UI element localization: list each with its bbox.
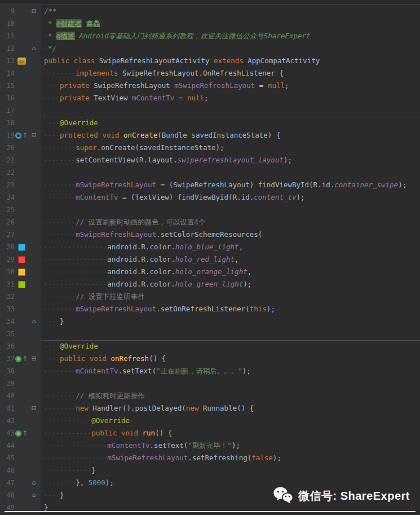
line-number[interactable]: 48 <box>0 489 15 501</box>
gutter[interactable]: 14 <box>0 67 41 80</box>
gutter[interactable]: 26 <box>0 216 41 228</box>
code-line[interactable]: 40········// 模拟耗时更新操作 <box>0 390 420 402</box>
line-number[interactable]: 37 <box>0 353 15 365</box>
gutter[interactable]: 40 <box>0 390 41 402</box>
code-text[interactable]: ················mSwipeRefreshLayout.setR… <box>41 452 420 464</box>
code-text[interactable]: ················android.R.color.holo_gre… <box>41 278 420 290</box>
code-text[interactable]: ········mSwipeRefreshLayout.setColorSche… <box>41 228 420 241</box>
line-number[interactable]: 24 <box>0 191 15 204</box>
line-number[interactable]: 16 <box>0 92 15 104</box>
code-text[interactable]: ········// 设置刷新时动画的颜色，可以设置4个 <box>41 216 420 228</box>
code-line[interactable]: 20········super.onCreate(savedInstanceSt… <box>0 142 420 154</box>
code-line[interactable]: 22 <box>0 166 420 179</box>
line-number[interactable]: 40 <box>0 390 15 402</box>
code-line[interactable]: 35 <box>0 328 420 340</box>
code-text[interactable] <box>41 377 420 390</box>
gutter[interactable]: 42 <box>0 415 41 427</box>
gutter[interactable]: 16 <box>0 92 41 104</box>
gutter[interactable]: 47⌂ <box>0 477 41 489</box>
color-swatch[interactable] <box>18 244 25 251</box>
line-number[interactable]: 31 <box>0 278 15 290</box>
fold-marker-icon[interactable]: ⊟ <box>28 353 39 365</box>
code-text[interactable]: ····protected void onCreate(Bundle saved… <box>41 129 420 142</box>
code-line[interactable]: 43↑············public void run() { <box>0 427 420 439</box>
code-text[interactable]: ····private SwipeRefreshLayout mSwipeRef… <box>41 80 420 92</box>
code-line[interactable]: 37↑⊟····public void onRefresh() { <box>0 353 420 365</box>
gutter[interactable]: 9⊟ <box>0 5 41 17</box>
code-line[interactable]: 30················android.R.color.holo_o… <box>0 266 420 278</box>
gutter[interactable]: 13<> <box>0 55 41 67</box>
gutter[interactable]: 12⌂ <box>0 42 41 55</box>
gutter[interactable]: 30 <box>0 266 41 278</box>
code-text[interactable]: ····} <box>41 315 420 328</box>
line-number[interactable]: 47 <box>0 477 15 489</box>
code-line[interactable]: 19↑⊟····protected void onCreate(Bundle s… <box>0 129 420 142</box>
gutter[interactable]: 29 <box>0 253 41 266</box>
code-line[interactable]: 14········implements SwipeRefreshLayout.… <box>0 67 420 80</box>
line-number[interactable]: 32 <box>0 290 15 303</box>
gutter[interactable]: 43↑ <box>0 427 41 439</box>
line-number[interactable]: 25 <box>0 204 15 216</box>
code-line[interactable]: 31················android.R.color.holo_g… <box>0 278 420 290</box>
code-text[interactable]: ············@Override <box>41 415 420 427</box>
code-line[interactable]: 21········setContentView(R.layout.swiper… <box>0 154 420 166</box>
line-number[interactable]: 44 <box>0 439 15 452</box>
code-line[interactable]: 11·* @描述 Android零基础入门到精通系列教程，欢迎关注微信公众号Sh… <box>0 30 420 42</box>
code-line[interactable]: 34⌂····} <box>0 315 420 328</box>
line-number[interactable]: 38 <box>0 365 15 377</box>
code-line[interactable]: 17 <box>0 104 420 117</box>
fold-marker-icon[interactable]: ⌂ <box>28 489 39 501</box>
gutter[interactable]: 36 <box>0 340 41 353</box>
fold-marker-icon[interactable]: ⌂ <box>28 477 39 489</box>
code-line[interactable]: 10·* @创建者 鑫鱻 <box>0 17 420 30</box>
override-method-icon[interactable] <box>15 133 21 139</box>
line-number[interactable]: 42 <box>0 415 15 427</box>
code-text[interactable]: /** <box>41 5 420 17</box>
fold-marker-icon[interactable]: ⌂ <box>28 42 39 55</box>
gutter[interactable]: 20 <box>0 142 41 154</box>
line-number[interactable]: 17 <box>0 104 15 117</box>
line-number[interactable]: 43 <box>0 427 15 439</box>
code-text[interactable]: ············public void run() { <box>41 427 420 439</box>
line-number[interactable]: 30 <box>0 266 15 278</box>
code-text[interactable]: ········new Handler().postDelayed(new Ru… <box>41 402 420 415</box>
gutter[interactable]: 27 <box>0 228 41 241</box>
line-number[interactable]: 26 <box>0 216 15 228</box>
gutter[interactable]: 31 <box>0 278 41 290</box>
gutter[interactable]: 19↑⊟ <box>0 129 41 142</box>
code-text[interactable]: ········// 模拟耗时更新操作 <box>41 390 420 402</box>
gutter[interactable]: 15 <box>0 80 41 92</box>
code-line[interactable]: 36····@Override <box>0 340 420 353</box>
code-text[interactable] <box>41 104 420 117</box>
code-text[interactable]: public class SwipeRefreshLayoutActivity … <box>41 55 420 67</box>
line-number[interactable]: 12 <box>0 42 15 55</box>
code-line[interactable]: 15····private SwipeRefreshLayout mSwipeR… <box>0 80 420 92</box>
code-text[interactable] <box>41 328 420 340</box>
line-number[interactable]: 19 <box>0 129 15 142</box>
fold-marker-icon[interactable]: ⊟ <box>28 129 39 142</box>
code-text[interactable]: ····public void onRefresh() { <box>41 353 420 365</box>
gutter[interactable]: 35 <box>0 328 41 340</box>
navigate-up-icon[interactable]: ↑ <box>22 129 28 142</box>
gutter[interactable]: 46 <box>0 464 41 477</box>
gutter[interactable]: 41⊟ <box>0 402 41 415</box>
gutter[interactable]: 23 <box>0 179 41 191</box>
line-number[interactable]: 18 <box>0 117 15 129</box>
code-text[interactable] <box>41 166 420 179</box>
gutter[interactable]: 10 <box>0 17 41 30</box>
code-line[interactable]: 25 <box>0 204 420 216</box>
code-text[interactable]: ····private TextView mContentTv = null; <box>41 92 420 104</box>
line-number[interactable]: 35 <box>0 328 15 340</box>
code-text[interactable]: ················mContentTv.setText("刷新完毕… <box>41 439 420 452</box>
navigate-up-icon[interactable]: ↑ <box>22 427 28 439</box>
line-number[interactable]: 45 <box>0 452 15 464</box>
code-text[interactable]: ·* @创建者 鑫鱻 <box>41 17 420 30</box>
gutter[interactable]: 17 <box>0 104 41 117</box>
code-line[interactable]: 27········mSwipeRefreshLayout.setColorSc… <box>0 228 420 241</box>
code-text[interactable]: ·*/ <box>41 42 420 55</box>
code-text[interactable]: ················android.R.color.holo_blu… <box>41 241 420 253</box>
line-number[interactable]: 15 <box>0 80 15 92</box>
code-line[interactable]: 32········// 设置下拉监听事件 <box>0 290 420 303</box>
code-line[interactable]: 13<>public class SwipeRefreshLayoutActiv… <box>0 55 420 67</box>
code-text[interactable]: ········setContentView(R.layout.swiperef… <box>41 154 420 166</box>
